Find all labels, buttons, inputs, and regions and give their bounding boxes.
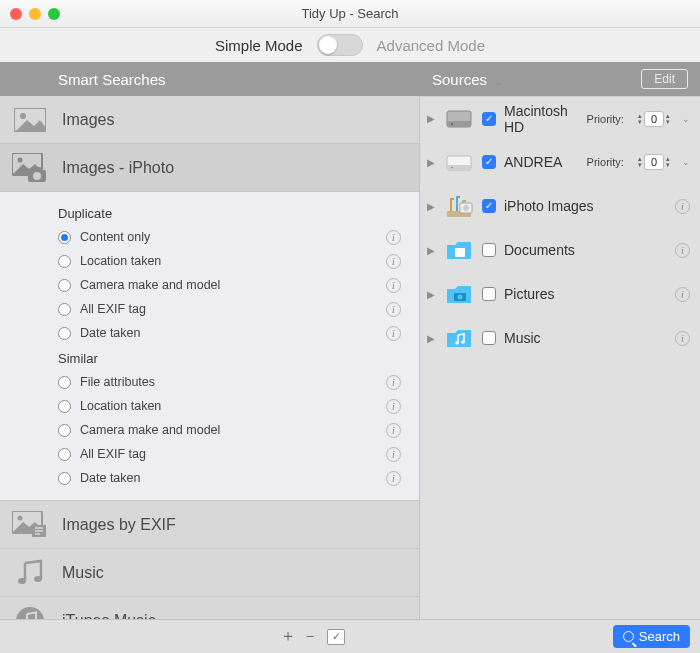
info-icon[interactable]: i [675, 243, 690, 258]
source-checkbox[interactable] [482, 287, 496, 301]
add-button[interactable]: ＋ [277, 627, 299, 647]
radio-button[interactable] [58, 231, 71, 244]
source-row-1[interactable]: ▶ANDREAPriority:▴▾0▴▾⌄ [420, 140, 700, 184]
svg-point-6 [33, 172, 41, 180]
disclosure-triangle-icon[interactable]: ▶ [426, 333, 436, 344]
hdd-icon [444, 106, 474, 132]
option-sim-2[interactable]: Camera make and modeli [58, 418, 419, 442]
svg-point-10 [34, 576, 42, 582]
iphoto-icon [444, 193, 474, 219]
disclosure-triangle-icon[interactable]: ▶ [426, 201, 436, 212]
titlebar: Tidy Up - Search [0, 0, 700, 28]
radio-button[interactable] [58, 327, 71, 340]
info-icon[interactable]: i [386, 278, 401, 293]
option-dup-2[interactable]: Camera make and modeli [58, 273, 419, 297]
svg-point-26 [455, 341, 459, 345]
radio-button[interactable] [58, 424, 71, 437]
disclosure-triangle-icon[interactable]: ▶ [426, 157, 436, 168]
option-label: File attributes [80, 375, 386, 389]
priority-stepper[interactable]: ▴▾0▴▾ [638, 111, 670, 127]
source-name: ANDREA [504, 154, 579, 170]
category-label: Images [62, 111, 114, 129]
footer-toolbar: ＋ － ✓ Search [0, 619, 700, 653]
sources-header[interactable]: Sources ⌄ [432, 71, 503, 88]
radio-button[interactable] [58, 376, 71, 389]
category-music[interactable]: Music [0, 549, 419, 597]
info-icon[interactable]: i [675, 331, 690, 346]
info-icon[interactable]: i [386, 399, 401, 414]
advanced-mode-label: Advanced Mode [377, 37, 485, 54]
option-sim-3[interactable]: All EXIF tagi [58, 442, 419, 466]
chevron-down-icon[interactable]: ⌄ [682, 157, 690, 167]
info-icon[interactable]: i [675, 199, 690, 214]
source-row-4[interactable]: ▶Picturesi [420, 272, 700, 316]
category-images-iphoto[interactable]: Images - iPhoto [0, 144, 419, 192]
option-label: Content only [80, 230, 386, 244]
source-checkbox[interactable] [482, 112, 496, 126]
search-options-panel: Duplicate Content onlyiLocation takeniCa… [0, 192, 419, 501]
info-icon[interactable]: i [386, 230, 401, 245]
svg-rect-18 [447, 165, 471, 170]
option-label: Date taken [80, 326, 386, 340]
remove-button[interactable]: － [299, 627, 321, 647]
source-checkbox[interactable] [482, 155, 496, 169]
radio-button[interactable] [58, 303, 71, 316]
folder-pics-icon [444, 281, 474, 307]
source-row-3[interactable]: ▶Documentsi [420, 228, 700, 272]
disclosure-triangle-icon[interactable]: ▶ [426, 113, 436, 124]
info-icon[interactable]: i [386, 423, 401, 438]
svg-rect-23 [455, 248, 465, 257]
info-icon[interactable]: i [675, 287, 690, 302]
check-all-button[interactable]: ✓ [327, 629, 345, 645]
svg-point-22 [463, 205, 469, 211]
option-sim-1[interactable]: Location takeni [58, 394, 419, 418]
option-label: Camera make and model [80, 423, 386, 437]
disclosure-triangle-icon[interactable]: ▶ [426, 289, 436, 300]
option-label: Location taken [80, 254, 386, 268]
radio-button[interactable] [58, 448, 71, 461]
source-row-0[interactable]: ▶Macintosh HDPriority:▴▾0▴▾⌄ [420, 96, 700, 140]
option-dup-1[interactable]: Location takeni [58, 249, 419, 273]
priority-value: 0 [644, 111, 664, 127]
source-checkbox[interactable] [482, 331, 496, 345]
option-sim-4[interactable]: Date takeni [58, 466, 419, 490]
radio-button[interactable] [58, 400, 71, 413]
option-sim-0[interactable]: File attributesi [58, 370, 419, 394]
info-icon[interactable]: i [386, 447, 401, 462]
search-button-label: Search [639, 629, 680, 644]
priority-stepper[interactable]: ▴▾0▴▾ [638, 154, 670, 170]
simple-mode-label: Simple Mode [215, 37, 303, 54]
main-body: Images Images - iPhoto Duplicate Content… [0, 96, 700, 619]
info-icon[interactable]: i [386, 375, 401, 390]
source-checkbox[interactable] [482, 243, 496, 257]
svg-point-27 [461, 340, 465, 344]
source-row-5[interactable]: ▶Musici [420, 316, 700, 360]
source-checkbox[interactable] [482, 199, 496, 213]
option-dup-4[interactable]: Date takeni [58, 321, 419, 345]
info-icon[interactable]: i [386, 326, 401, 341]
radio-button[interactable] [58, 255, 71, 268]
mode-toggle-switch[interactable] [317, 34, 363, 56]
category-images-exif[interactable]: Images by EXIF [0, 501, 419, 549]
edit-button[interactable]: Edit [641, 69, 688, 89]
option-label: Date taken [80, 471, 386, 485]
option-dup-3[interactable]: All EXIF tagi [58, 297, 419, 321]
folder-music-icon [444, 325, 474, 351]
search-button[interactable]: Search [613, 625, 690, 648]
smart-searches-pane: Images Images - iPhoto Duplicate Content… [0, 96, 420, 619]
info-icon[interactable]: i [386, 471, 401, 486]
category-itunes-music[interactable]: iTunes Music [0, 597, 419, 619]
music-icon [12, 558, 48, 588]
chevron-down-icon[interactable]: ⌄ [682, 114, 690, 124]
ext-icon [444, 149, 474, 175]
radio-button[interactable] [58, 279, 71, 292]
radio-button[interactable] [58, 472, 71, 485]
disclosure-triangle-icon[interactable]: ▶ [426, 245, 436, 256]
category-images[interactable]: Images [0, 96, 419, 144]
option-dup-0[interactable]: Content onlyi [58, 225, 419, 249]
window-title: Tidy Up - Search [10, 6, 690, 21]
itunes-music-icon [12, 606, 48, 620]
source-row-2[interactable]: ▶iPhoto Imagesi [420, 184, 700, 228]
info-icon[interactable]: i [386, 254, 401, 269]
info-icon[interactable]: i [386, 302, 401, 317]
